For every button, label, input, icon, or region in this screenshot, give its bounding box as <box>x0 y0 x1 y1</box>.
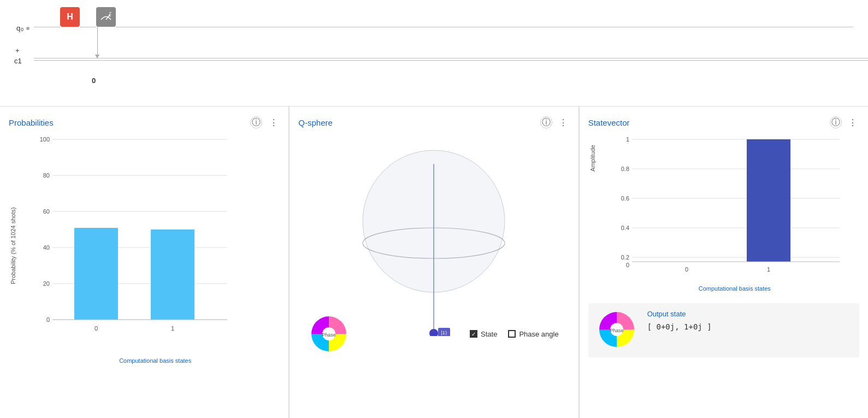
measure-gate[interactable]: z <box>96 7 116 27</box>
svg-text:40: 40 <box>43 244 50 251</box>
statevector-chart: 1 0.8 0.6 0.4 0.2 0 0 1 <box>610 134 861 281</box>
h-gate[interactable]: H <box>60 7 80 27</box>
plus-label: + <box>15 46 20 55</box>
sv-y-axis-label: Amplitude <box>589 145 596 172</box>
statevector-menu-icon[interactable]: ⋮ <box>847 116 859 128</box>
qsphere-info-icon[interactable]: ⓘ <box>540 116 552 128</box>
state-checkbox-label: State <box>481 330 497 338</box>
sv-bar-1 <box>747 139 790 262</box>
phase-checkbox[interactable] <box>508 330 516 338</box>
svg-text:0: 0 <box>46 316 50 323</box>
state-checkbox-item[interactable]: ✓ State <box>470 330 497 338</box>
svg-text:60: 60 <box>43 208 50 215</box>
svg-text:0: 0 <box>626 262 629 268</box>
measure-output-label: 0 <box>92 76 96 85</box>
svg-text:0.2: 0.2 <box>621 254 629 261</box>
phase-checkbox-label: Phase angle <box>519 330 558 338</box>
svg-text:0: 0 <box>685 266 688 273</box>
output-state-value: [ 0+0j, 1+0j ] <box>647 322 712 331</box>
svg-text:π/2: π/2 <box>325 314 333 315</box>
c-label: c1 <box>14 57 22 65</box>
probabilities-info-icon[interactable]: ⓘ <box>250 116 262 128</box>
phase-wheel-qsphere: Phase π/2 0 3π/2 π <box>309 314 349 354</box>
state-checkbox[interactable]: ✓ <box>470 330 477 338</box>
svg-text:0.6: 0.6 <box>621 195 629 202</box>
measure-z-label: z <box>109 10 112 16</box>
svg-text:0: 0 <box>95 325 98 332</box>
svg-text:80: 80 <box>43 172 50 179</box>
svg-text:1: 1 <box>626 136 629 143</box>
sv-x-axis-label: Computational basis states <box>610 285 859 292</box>
svg-text:20: 20 <box>43 280 50 287</box>
q-subscript: 0 <box>21 27 23 32</box>
svg-text:1: 1 <box>171 325 174 332</box>
qsphere-menu-icon[interactable]: ⋮ <box>558 116 570 128</box>
q-label: q <box>16 24 20 32</box>
statevector-panel: Statevector ⓘ ⋮ Amplitude 1 0.8 0.6 0.4 <box>579 107 868 418</box>
probabilities-menu-icon[interactable]: ⋮ <box>268 116 280 128</box>
qsphere-panel: Q-sphere ⓘ ⋮ |1⟩ <box>289 107 578 418</box>
probabilities-panel: Probabilities ⓘ ⋮ Probability (% of 1024… <box>0 107 289 418</box>
phase-checkbox-item[interactable]: Phase angle <box>508 330 558 338</box>
prob-x-axis-label: Computational basis states <box>31 357 280 364</box>
svg-text:Phase: Phase <box>610 328 624 333</box>
statevector-title: Statevector <box>588 118 630 127</box>
prob-y-axis-label: Probability (% of 1024 shots) <box>10 150 16 342</box>
svg-text:Phase: Phase <box>322 332 336 338</box>
probabilities-chart: 100 80 60 40 20 0 0 1 <box>31 134 238 352</box>
circuit-area: q 0 H z + c1 <box>0 0 868 107</box>
svg-text:0.8: 0.8 <box>621 166 629 172</box>
svg-text:1: 1 <box>767 266 770 273</box>
panels-area: Probabilities ⓘ ⋮ Probability (% of 1024… <box>0 107 868 418</box>
output-state-box: Phase π/2 0 3π/2 π Output state [ 0+0j, … <box>588 303 859 357</box>
qsphere-svg: |1⟩ <box>341 134 527 336</box>
svg-text:100: 100 <box>40 136 50 143</box>
statevector-info-icon[interactable]: ⓘ <box>830 116 842 128</box>
probabilities-title: Probabilities <box>9 118 54 127</box>
bar-1 <box>151 229 194 320</box>
bar-0 <box>74 228 118 320</box>
svg-text:0.4: 0.4 <box>621 225 629 231</box>
svg-text:π/2: π/2 <box>613 310 621 311</box>
output-state-title: Output state <box>647 310 712 318</box>
phase-wheel-statevector: Phase π/2 0 3π/2 π <box>597 310 636 349</box>
qsphere-title: Q-sphere <box>298 118 333 127</box>
